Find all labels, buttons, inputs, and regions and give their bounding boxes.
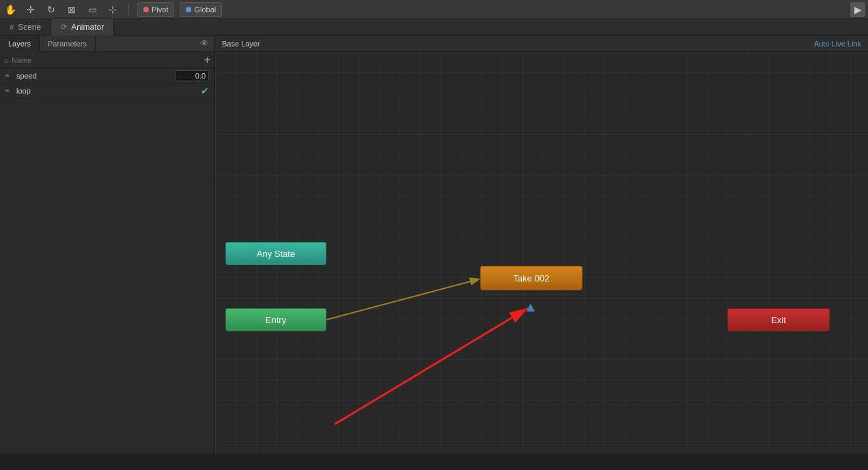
param-speed-label: speed [16, 72, 172, 80]
canvas-header: Base Layer Auto Live Link [215, 36, 868, 52]
global-label: Global [194, 5, 216, 14]
tab-parameters-label: Parameters [48, 40, 87, 48]
node-take002[interactable]: Take 002 [480, 266, 583, 290]
node-exit-label: Exit [771, 315, 786, 325]
auto-live-link-button[interactable]: Auto Live Link [814, 40, 861, 48]
node-entry[interactable]: Entry [225, 308, 326, 331]
svg-line-0 [326, 279, 478, 320]
global-dot [186, 7, 191, 12]
pivot-button[interactable]: Pivot [137, 2, 174, 17]
search-icon: ⌕ [4, 56, 9, 64]
scene-icon: # [10, 23, 14, 31]
tab-layers[interactable]: Layers [0, 36, 40, 52]
param-loop-label: loop [16, 87, 198, 95]
node-any-state[interactable]: Any State [225, 242, 326, 265]
toolbar: ✋ ✛ ↻ ⊠ ▭ ⊹ Pivot Global ▶ [0, 0, 868, 19]
global-button[interactable]: Global [180, 2, 222, 17]
param-row-speed[interactable]: ≡ speed [0, 68, 214, 83]
param-speed-value[interactable] [175, 70, 209, 81]
pivot-label: Pivot [152, 5, 168, 14]
rotate-tool-icon[interactable]: ↻ [44, 2, 59, 17]
bool-icon: ≡ [5, 87, 14, 94]
tab-scene[interactable]: # Scene [0, 19, 51, 36]
float-icon: ≡ [5, 72, 14, 79]
rect-tool-icon[interactable]: ▭ [85, 2, 100, 17]
add-param-button[interactable]: + [204, 55, 210, 66]
param-row-loop[interactable]: ≡ loop ✔ [0, 83, 214, 98]
animator-icon: ⟳ [61, 23, 67, 31]
tab-animator[interactable]: ⟳ Animator [51, 19, 114, 36]
tab-layers-label: Layers [8, 40, 31, 48]
svg-marker-1 [527, 303, 535, 312]
param-loop-check[interactable]: ✔ [201, 85, 209, 96]
eye-icon[interactable]: 👁 [200, 38, 214, 49]
divider-1 [128, 3, 129, 16]
tab-bar: # Scene ⟳ Animator [0, 19, 868, 36]
pivot-dot [143, 7, 149, 12]
animator-canvas[interactable]: Any State Entry Take 002 Exit https://bl… [215, 52, 868, 454]
sidebar-search-bar: ⌕ + [0, 52, 214, 68]
canvas-area: Base Layer Auto Live Link [215, 36, 868, 454]
node-any-state-label: Any State [257, 249, 295, 259]
tab-scene-label: Scene [18, 23, 41, 32]
svg-line-2 [335, 308, 528, 424]
breadcrumb-base-layer[interactable]: Base Layer [222, 40, 260, 48]
search-input[interactable] [12, 56, 201, 64]
node-take002-label: Take 002 [514, 273, 550, 284]
hand-tool-icon[interactable]: ✋ [3, 2, 18, 17]
scale-tool-icon[interactable]: ⊠ [64, 2, 79, 17]
play-button[interactable]: ▶ [850, 2, 865, 17]
transform-tool-icon[interactable]: ⊹ [105, 2, 120, 17]
sidebar-tab-bar: Layers Parameters 👁 [0, 36, 214, 52]
main-area: Layers Parameters 👁 ⌕ + ≡ speed ≡ loop ✔… [0, 36, 868, 454]
tab-parameters[interactable]: Parameters [40, 36, 96, 52]
move-tool-icon[interactable]: ✛ [23, 2, 38, 17]
sidebar: Layers Parameters 👁 ⌕ + ≡ speed ≡ loop ✔ [0, 36, 215, 454]
node-exit[interactable]: Exit [727, 308, 830, 331]
tab-animator-label: Animator [71, 23, 104, 32]
node-entry-label: Entry [266, 315, 286, 325]
